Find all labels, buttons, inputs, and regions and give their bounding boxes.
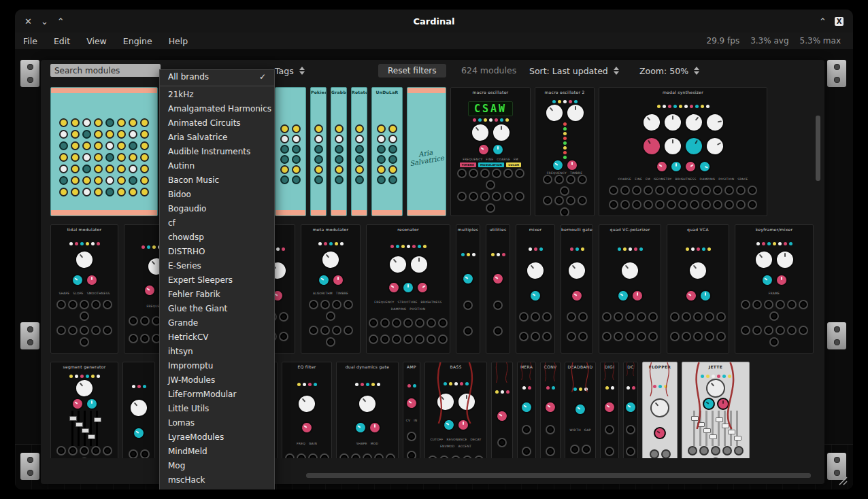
slider[interactable] [693,411,695,446]
menu-item-brand[interactable]: Amalgamated Harmonics [160,102,274,116]
rack-screw-plate [20,453,39,480]
slider[interactable] [730,411,732,446]
search-input[interactable] [50,64,161,77]
expand-icon[interactable]: ⌃ [819,16,827,27]
module-card[interactable]: resonatorFREQUENCYSTRUCTUREBRIGHTNESSDAM… [366,224,450,354]
module-card[interactable]: DC [623,362,638,458]
slider[interactable] [724,411,726,446]
menu-item-brand[interactable]: DISTRHO [160,245,274,259]
module-card[interactable]: bernoulli gate [561,224,593,354]
slider[interactable] [84,411,86,446]
menu-item-brand[interactable]: Glue the Giant [160,302,274,316]
menu-item-brand[interactable]: Prism [160,487,274,489]
module-card[interactable]: keyframer/mixerFRAME [735,224,814,354]
module-card[interactable]: JETTE [682,362,750,458]
slider[interactable] [71,411,73,446]
module-card[interactable] [50,87,158,216]
reset-filters-button[interactable]: Reset filters [378,64,446,78]
zoom-dropdown[interactable]: Zoom: 50% [639,64,699,78]
tags-dropdown[interactable]: Tags [275,64,305,78]
menu-item-brand[interactable]: Bidoo [160,188,274,202]
menu-item-brand[interactable]: Autinn [160,159,274,173]
menu-item-brand[interactable]: Lomas [160,416,274,430]
menu-view[interactable]: View [78,34,115,48]
slider[interactable] [78,411,80,446]
menu-item-brand[interactable]: LifeFormModular [160,388,274,402]
menu-item-brand[interactable]: Bacon Music [160,173,274,188]
resize-handle[interactable] [837,475,848,485]
menu-item-brand[interactable]: JW-Modules [160,373,274,388]
module-card[interactable]: mixer [516,224,555,354]
module-card[interactable]: Grabby [331,87,347,216]
module-card[interactable]: tidal modulatorSHAPESLOPESMOOTHNESS [50,224,118,354]
knob-row [754,250,795,269]
module-card[interactable] [491,362,513,458]
module-card[interactable]: utilities [486,224,510,354]
menu-item-brand[interactable]: Bogaudio [160,202,274,216]
menu-engine[interactable]: Engine [115,34,161,48]
module-card[interactable]: Pokies [310,87,327,216]
menu-file[interactable]: File [15,34,46,48]
menu-item-brand[interactable]: 21kHz [160,88,274,102]
horizontal-scrollbar[interactable] [306,473,811,478]
menu-item-brand[interactable]: E-Series [160,259,274,273]
menu-item-brand[interactable]: mscHack [160,473,274,487]
menu-item-brand[interactable]: cf [160,216,274,230]
module-card[interactable]: segment generator [50,362,118,458]
menu-item-brand[interactable]: LyraeModules [160,430,274,445]
menu-item-brand[interactable]: Little Utils [160,402,274,416]
menu-item-brand[interactable]: Mog [160,459,274,473]
vertical-scrollbar[interactable] [816,116,820,181]
module-card[interactable]: UnDuLaR [371,87,403,216]
knob-row [71,274,98,286]
module-card[interactable]: macro oscillator 2FREQUENCYTIMBRE [535,87,595,216]
menu-item-brand[interactable]: chowdsp [160,230,274,245]
module-card[interactable]: CONV [540,362,561,458]
jack-port [388,145,397,154]
module-card[interactable]: quad VC-polarizer [599,224,661,354]
module-card[interactable]: AMPCVIN [403,362,420,458]
slider[interactable] [705,411,707,446]
slider[interactable] [699,411,701,446]
chevron-down-icon[interactable]: ⌄ [41,16,48,27]
chevron-up-icon[interactable]: ⌃ [57,16,65,27]
menu-item-brand[interactable]: Fehler Fabrik [160,288,274,302]
module-card[interactable]: macro oscillatorCSAWFREQUENCYFINECOARSEF… [450,87,531,216]
menu-help[interactable]: Help [161,34,197,48]
menu-item-brand[interactable]: Animated Circuits [160,116,274,131]
x-logo-icon[interactable]: X [835,17,844,26]
module-card[interactable]: quad VCA [667,224,729,354]
module-card[interactable]: multiples [456,224,480,354]
slider[interactable] [90,411,92,446]
module-card[interactable]: FLOPPER [642,362,678,458]
module-card[interactable] [275,87,306,216]
module-card[interactable] [122,362,155,458]
menu-item-all-brands[interactable]: All brands✓ [160,70,274,84]
module-card[interactable]: MERA [517,362,536,458]
menu-item-brand[interactable]: ihtsyn [160,345,274,359]
module-card[interactable]: Rotatoes [351,87,367,216]
module-card[interactable]: dual dynamics gateSHAPEMOD [336,362,399,458]
module-card[interactable]: EQ filterFREQGAIN [282,362,332,458]
slider[interactable] [96,411,98,446]
close-icon[interactable]: ✕ [24,16,32,27]
menu-item-brand[interactable]: Impromptu [160,359,274,373]
menu-item-brand[interactable]: Grande [160,316,274,330]
module-card[interactable]: Aria Salvatrice [407,87,446,216]
module-card[interactable]: DEADBANDWIDTHGAP [565,362,596,458]
module-card[interactable]: modal synthesizerCOARSEFINEFMGEOMETRYBRI… [599,87,767,216]
module-card[interactable]: DIGI [600,362,619,458]
menu-item-brand[interactable]: MindMeld [160,445,274,459]
jack-port [486,180,495,190]
module-card[interactable]: BASSCUTOFFRESONANCEDECAYENVMODACCENT [424,362,487,458]
menu-item-brand[interactable]: HetrickCV [160,330,274,345]
menu-edit[interactable]: Edit [46,34,78,48]
menu-item-brand[interactable]: Aria Salvatrice [160,131,274,145]
slider[interactable] [736,411,738,446]
slider[interactable] [718,411,720,446]
menu-item-brand[interactable]: Expert Sleepers [160,273,274,288]
sort-dropdown[interactable]: Sort: Last updated [529,64,619,78]
module-card[interactable]: meta modulatorALGORITHMTIMBRE [301,224,361,354]
slider[interactable] [712,411,714,446]
menu-item-brand[interactable]: Audible Instruments [160,145,274,159]
